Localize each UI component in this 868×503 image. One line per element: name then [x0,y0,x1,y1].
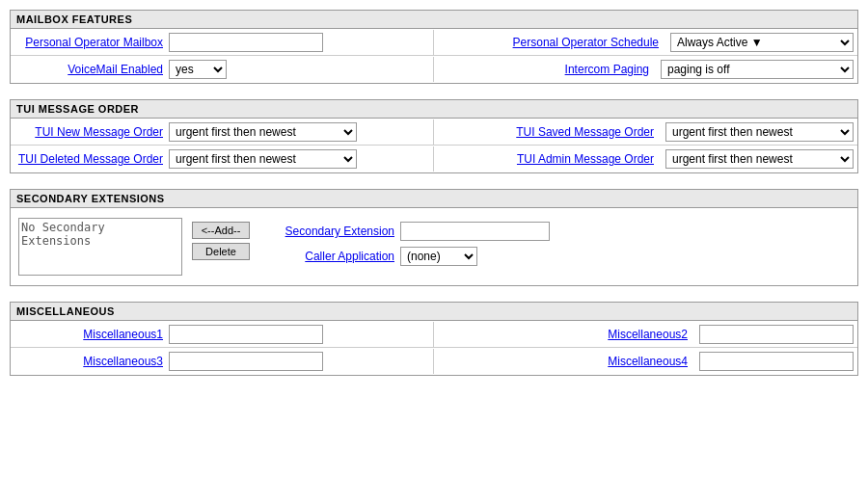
misc1-input[interactable] [169,325,323,344]
add-button[interactable]: <--Add-- [192,222,250,239]
tui-admin-message-order-select[interactable]: urgent first then newest newest first ol… [665,149,854,169]
tui-deleted-message-order-label[interactable]: TUI Deleted Message Order [14,152,169,166]
misc3-label[interactable]: Miscellaneous3 [14,355,169,368]
miscellaneous-header: MISCELLANEOUS [11,303,857,321]
delete-button[interactable]: Delete [192,243,250,260]
tui-saved-message-order-select[interactable]: urgent first then newest newest first ol… [665,122,854,142]
mailbox-features-section: MAILBOX FEATURES Personal Operator Mailb… [10,10,858,84]
personal-operator-schedule-select[interactable]: Always Active ▼ Schedule 1 Schedule 2 [670,33,854,52]
misc3-input[interactable] [169,352,323,371]
miscellaneous-section: MISCELLANEOUS Miscellaneous1 Miscellaneo… [10,302,858,376]
misc2-input[interactable] [699,325,854,344]
intercom-paging-select[interactable]: paging is off paging is on [661,60,854,79]
tui-saved-message-order-label[interactable]: TUI Saved Message Order [486,125,660,139]
caller-application-select[interactable]: (none) App1 App2 [400,247,477,266]
secondary-extension-input[interactable] [400,222,550,241]
tui-new-message-order-select[interactable]: urgent first then newest newest first ol… [169,122,357,142]
misc2-label[interactable]: Miscellaneous2 [520,328,693,341]
voicemail-enabled-select[interactable]: yes no [169,60,227,79]
misc4-label[interactable]: Miscellaneous4 [520,355,693,368]
tui-message-order-section: TUI MESSAGE ORDER TUI New Message Order … [10,99,858,173]
caller-application-label[interactable]: Caller Application [279,250,394,263]
tui-admin-message-order-label[interactable]: TUI Admin Message Order [486,152,660,166]
voicemail-enabled-label[interactable]: VoiceMail Enabled [14,63,169,76]
personal-operator-schedule-label[interactable]: Personal Operator Schedule [491,36,665,49]
misc4-input[interactable] [699,352,854,371]
tui-message-order-header: TUI MESSAGE ORDER [11,100,857,119]
secondary-extensions-listbox[interactable]: No Secondary Extensions [18,218,182,276]
personal-operator-mailbox-input[interactable] [169,33,323,52]
tui-new-message-order-label[interactable]: TUI New Message Order [14,125,169,139]
secondary-extension-label[interactable]: Secondary Extension [279,225,394,238]
secondary-extensions-section: SECONDARY EXTENSIONS No Secondary Extens… [10,189,858,286]
misc1-label[interactable]: Miscellaneous1 [14,328,169,341]
personal-operator-mailbox-label[interactable]: Personal Operator Mailbox [14,36,169,49]
intercom-paging-label[interactable]: Intercom Paging [481,63,655,76]
mailbox-features-header: MAILBOX FEATURES [11,11,857,29]
tui-deleted-message-order-select[interactable]: urgent first then newest newest first ol… [169,149,357,169]
secondary-extensions-header: SECONDARY EXTENSIONS [11,190,857,208]
